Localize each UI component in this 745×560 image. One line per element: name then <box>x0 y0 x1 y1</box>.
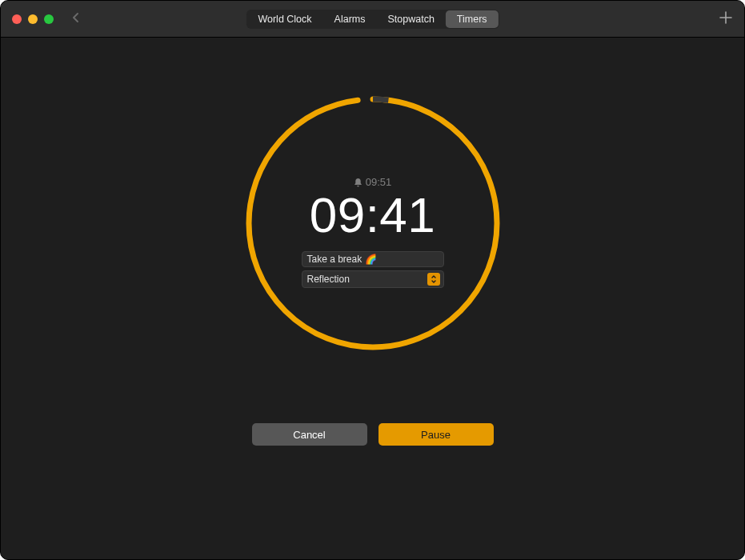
clock-window: World Clock Alarms Stopwatch Timers <box>0 0 745 560</box>
chevron-left-icon <box>71 11 81 24</box>
close-window-button[interactable] <box>12 14 22 24</box>
mode-tabs: World Clock Alarms Stopwatch Timers <box>246 10 499 29</box>
add-timer-button[interactable] <box>719 10 733 27</box>
tab-stopwatch[interactable]: Stopwatch <box>376 10 445 28</box>
timer-sound-select[interactable]: Reflection <box>302 270 444 288</box>
minimize-window-button[interactable] <box>28 14 38 24</box>
bell-icon <box>354 178 362 187</box>
zoom-window-button[interactable] <box>44 14 54 24</box>
tab-alarms[interactable]: Alarms <box>323 10 377 28</box>
timer-label-field[interactable]: Take a break 🌈 <box>302 251 444 267</box>
back-button[interactable] <box>71 11 81 27</box>
timer-info: 09:51 09:41 Take a break 🌈 Reflection <box>245 95 501 351</box>
pause-button[interactable]: Pause <box>379 423 494 446</box>
timer-sound-value: Reflection <box>307 274 350 285</box>
timer-content: 09:51 09:41 Take a break 🌈 Reflection <box>1 38 744 559</box>
select-stepper-icon <box>427 273 440 286</box>
timer-label-text: Take a break 🌈 <box>307 254 377 265</box>
timer-actions: Cancel Pause <box>252 423 494 446</box>
plus-icon <box>719 10 733 25</box>
cancel-button[interactable]: Cancel <box>252 423 367 446</box>
window-controls <box>12 14 54 24</box>
tab-world-clock[interactable]: World Clock <box>246 10 322 28</box>
timer-ring: 09:51 09:41 Take a break 🌈 Reflection <box>245 95 501 351</box>
tab-timers[interactable]: Timers <box>446 10 499 28</box>
countdown-value: 09:41 <box>310 186 436 243</box>
chevron-updown-icon <box>431 274 437 284</box>
titlebar: World Clock Alarms Stopwatch Timers <box>1 1 744 38</box>
